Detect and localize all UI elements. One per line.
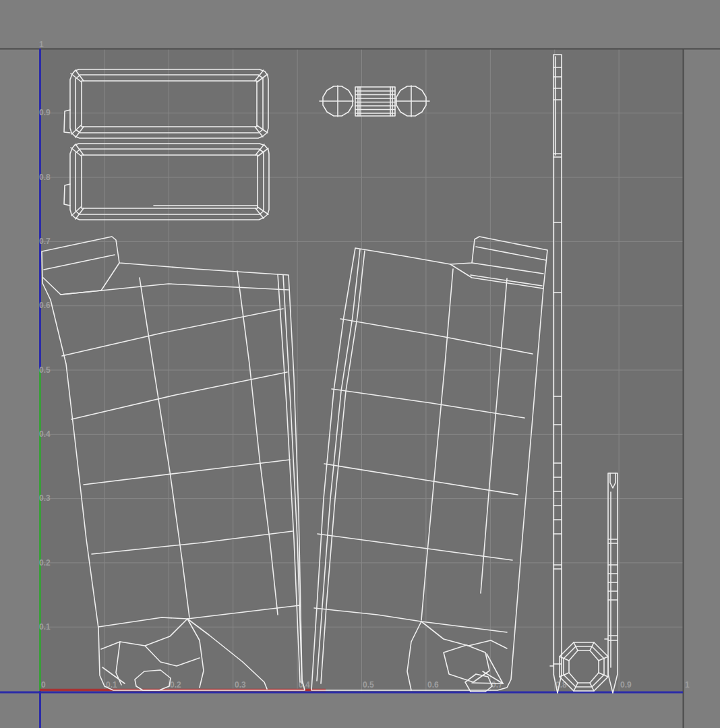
v-axis-tick-label: 0.8 <box>39 173 51 182</box>
u-axis-tick-label: 0.3 <box>235 680 246 690</box>
v-axis-tick-label: 0.9 <box>39 108 51 117</box>
u-axis-tick-label: 0.6 <box>427 680 439 690</box>
v-axis-tick-label: 0.4 <box>39 429 51 439</box>
u-axis-tick-label: 0.8 <box>556 680 567 690</box>
u-axis-tick-label: 0.9 <box>620 680 632 690</box>
v-axis-tick-label: 0 <box>41 680 46 690</box>
uv-edge-loop[interactable] <box>472 683 503 684</box>
v-axis-tick-label: 0.7 <box>39 237 51 246</box>
uv-editor-viewport[interactable]: 10.90.80.70.60.50.40.30.20.100.10.20.30.… <box>0 0 720 728</box>
v-axis-tick-label: 0.5 <box>39 365 51 375</box>
v-axis-tick-label: 0.3 <box>39 493 51 503</box>
v-axis-tick-label: 0.2 <box>39 558 51 568</box>
u-axis-tick-label: 0.5 <box>363 680 374 690</box>
v-axis-tick-label: 0.6 <box>39 301 51 310</box>
u-axis-tick-label: 0.7 <box>491 680 503 690</box>
v-axis-tick-label: 1 <box>39 40 44 49</box>
v-axis-tick-label: 0.1 <box>39 622 51 632</box>
u-axis-tick-label: 1 <box>685 680 690 690</box>
uv-canvas[interactable]: 10.90.80.70.60.50.40.30.20.100.10.20.30.… <box>0 0 720 728</box>
u-axis-tick-label: 0.2 <box>170 680 181 690</box>
